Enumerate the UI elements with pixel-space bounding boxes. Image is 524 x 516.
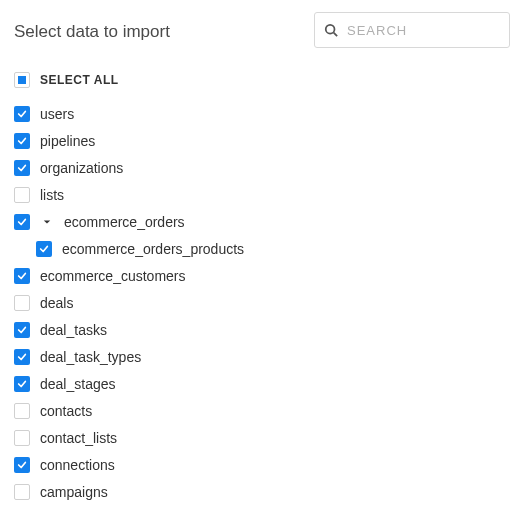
item-label: ecommerce_customers bbox=[40, 268, 186, 284]
list-item: ecommerce_orders bbox=[14, 208, 510, 235]
list-item: deals bbox=[14, 289, 510, 316]
item-label: deal_task_types bbox=[40, 349, 141, 365]
list-item: connections bbox=[14, 451, 510, 478]
list-item: deal_tasks bbox=[14, 316, 510, 343]
item-checkbox[interactable] bbox=[14, 295, 30, 311]
select-all-checkbox[interactable] bbox=[14, 72, 30, 88]
list-item: deal_stages bbox=[14, 370, 510, 397]
item-label: contacts bbox=[40, 403, 92, 419]
list-item: campaigns bbox=[14, 478, 510, 505]
item-checkbox[interactable] bbox=[14, 160, 30, 176]
item-label: lists bbox=[40, 187, 64, 203]
list-item: users bbox=[14, 100, 510, 127]
item-checkbox[interactable] bbox=[14, 106, 30, 122]
item-label: deal_stages bbox=[40, 376, 116, 392]
item-label: users bbox=[40, 106, 74, 122]
item-checkbox[interactable] bbox=[14, 403, 30, 419]
item-checkbox[interactable] bbox=[14, 484, 30, 500]
item-checkbox[interactable] bbox=[14, 376, 30, 392]
list-item: ecommerce_customers bbox=[14, 262, 510, 289]
svg-line-1 bbox=[334, 33, 338, 37]
header: Select data to import bbox=[0, 0, 524, 48]
item-label: deals bbox=[40, 295, 73, 311]
select-all-label: SELECT ALL bbox=[40, 73, 119, 87]
list-item: contacts bbox=[14, 397, 510, 424]
item-label: organizations bbox=[40, 160, 123, 176]
item-label: contact_lists bbox=[40, 430, 117, 446]
search-icon bbox=[324, 23, 338, 37]
item-checkbox[interactable] bbox=[14, 214, 30, 230]
list-item: organizations bbox=[14, 154, 510, 181]
list-item: lists bbox=[14, 181, 510, 208]
item-checkbox[interactable] bbox=[14, 268, 30, 284]
item-checkbox[interactable] bbox=[36, 241, 52, 257]
search-field-wrapper bbox=[314, 12, 510, 48]
item-checkbox[interactable] bbox=[14, 133, 30, 149]
item-label: pipelines bbox=[40, 133, 95, 149]
item-label: ecommerce_orders bbox=[64, 214, 185, 230]
list-item: deal_task_types bbox=[14, 343, 510, 370]
indeterminate-indicator bbox=[18, 76, 26, 84]
item-checkbox[interactable] bbox=[14, 457, 30, 473]
item-checkbox[interactable] bbox=[14, 349, 30, 365]
list-item: pipelines bbox=[14, 127, 510, 154]
item-label: ecommerce_orders_products bbox=[62, 241, 244, 257]
search-input[interactable] bbox=[314, 12, 510, 48]
item-checkbox[interactable] bbox=[14, 430, 30, 446]
list-item: ecommerce_orders_products bbox=[14, 235, 510, 262]
item-checkbox[interactable] bbox=[14, 187, 30, 203]
page-title: Select data to import bbox=[14, 12, 170, 42]
items-list[interactable]: userspipelinesorganizationslistsecommerc… bbox=[0, 100, 524, 505]
item-label: campaigns bbox=[40, 484, 108, 500]
item-label: connections bbox=[40, 457, 115, 473]
svg-point-0 bbox=[326, 25, 335, 34]
list-item: contact_lists bbox=[14, 424, 510, 451]
select-all-row: SELECT ALL bbox=[0, 48, 524, 100]
item-checkbox[interactable] bbox=[14, 322, 30, 338]
chevron-down-icon[interactable] bbox=[40, 215, 54, 229]
item-label: deal_tasks bbox=[40, 322, 107, 338]
